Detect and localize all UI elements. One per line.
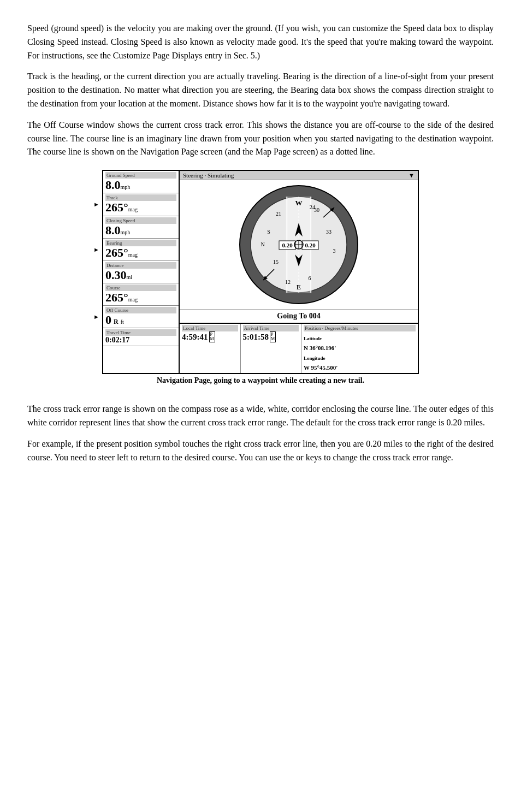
off-course-arrow: ► [93,313,99,320]
ground-speed-value: 8.0 [105,179,121,192]
bearing-value: 265° [105,246,128,259]
position-header: Position · Degrees/Minutes [304,325,416,331]
svg-text:3: 3 [333,248,336,254]
distance-box: Distance 0.30 mi [103,261,179,283]
off-course-unit: ft [121,319,124,325]
off-course-label: Off Course [105,307,176,313]
nav-diagram: Ground Speed 8.0 mph ► Track 265° mag Cl… [102,170,419,374]
closing-speed-value: 8.0 [105,224,121,237]
svg-text:0.20: 0.20 [282,242,293,248]
ground-speed-box: Ground Speed 8.0 mph [103,171,179,193]
paragraph-5: For example, if the present position sym… [27,437,494,465]
arrival-time-cell: Arrival Time 5:01:58 PM [241,324,302,373]
position-cell: Position · Degrees/Minutes Latitude N 36… [301,324,418,373]
closing-speed-unit: mph [121,229,131,235]
latitude-label: Latitude [304,336,322,341]
right-panel: Steering · Simulating ▼ [180,171,418,373]
closing-speed-label: Closing Speed [105,217,176,224]
local-time-value: 4:59:41 [182,333,208,342]
svg-text:N: N [260,241,264,247]
nav-diagram-container: Ground Speed 8.0 mph ► Track 265° mag Cl… [27,170,494,393]
bottom-panel: Local Time 4:59:41 PM Arrival Time 5:01:… [180,323,418,373]
track-unit: mag [128,206,138,212]
course-box: Course 265° mag [103,283,179,306]
closing-speed-box: Closing Speed 8.0 mph [103,216,179,239]
paragraph-2: Track is the heading, or the current dir… [27,70,494,110]
svg-text:33: 33 [326,229,331,235]
ground-speed-unit: mph [121,184,131,190]
bearing-box: ► Bearing 265° mag [103,239,179,261]
bearing-label: Bearing [105,240,176,246]
local-time-pm: PM [209,331,215,342]
left-panel: Ground Speed 8.0 mph ► Track 265° mag Cl… [103,171,180,373]
svg-text:21: 21 [276,211,281,217]
svg-text:S: S [267,229,270,235]
paragraph-3: The Off Course window shows the current … [27,118,494,159]
bearing-arrow: ► [93,246,99,253]
diagram-caption: Navigation Page, going to a waypoint whi… [157,376,364,385]
compass-header-text: Steering · Simulating [183,172,234,179]
svg-text:12: 12 [285,279,291,285]
svg-text:15: 15 [273,259,279,265]
svg-text:24: 24 [310,204,316,210]
longitude-value: W 95°45.500' [304,364,338,371]
course-unit: mag [128,297,138,303]
local-time-label: Local Time [182,325,238,331]
compass-area: W 30 21 S 33 N 15 3 12 24 6 E [180,180,418,309]
distance-unit: mi [127,274,133,280]
track-value: 265° [105,201,128,214]
compass-svg: W 30 21 S 33 N 15 3 12 24 6 E [239,185,359,305]
paragraph-4: The cross track error range is shown on … [27,402,494,430]
svg-text:W: W [295,199,303,207]
longitude-label: Longitude [304,355,325,361]
svg-text:0.20: 0.20 [305,242,316,248]
course-value: 265° [105,291,128,304]
track-arrow: ► [93,201,99,208]
travel-time-box: Travel Time 0:02:17 [103,328,179,346]
off-course-box: ► Off Course 0 R ft [103,306,179,328]
svg-text:6: 6 [309,275,311,281]
off-course-value: 0 [105,313,111,327]
paragraph-1: Speed (ground speed) is the velocity you… [27,22,494,62]
arrival-time-label: Arrival Time [243,325,299,331]
track-box: ► Track 265° mag [103,193,179,216]
latitude-value: N 36°08.196' [304,345,336,351]
off-course-r-value: R [114,318,119,326]
going-to-label: Going To 004 [180,309,418,323]
travel-time-label: Travel Time [105,329,176,336]
arrival-time-pm: PM [270,331,276,342]
travel-time-value: 0:02:17 [105,336,129,344]
compass-header: Steering · Simulating ▼ [180,171,418,180]
svg-text:E: E [297,283,301,291]
bearing-unit: mag [128,252,138,258]
arrival-time-value: 5:01:58 [243,333,269,342]
local-time-cell: Local Time 4:59:41 PM [180,324,241,373]
down-arrow-icon: ▼ [408,172,415,179]
distance-value: 0.30 [105,269,127,282]
